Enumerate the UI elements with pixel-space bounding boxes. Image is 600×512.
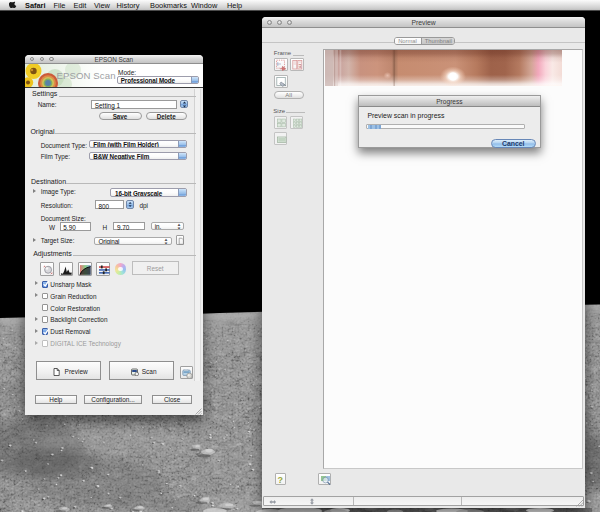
- svg-text:3: 3: [299, 64, 302, 70]
